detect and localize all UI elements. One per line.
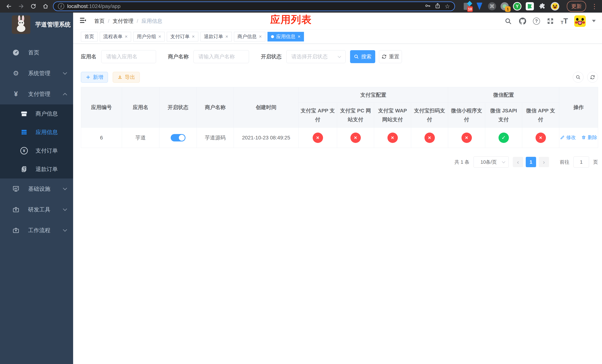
- sidebar-item-merchant-info[interactable]: 商户信息: [0, 104, 73, 123]
- url-text[interactable]: localhost:1024/pay/app: [67, 3, 422, 9]
- tab-app-info[interactable]: 应用信息×: [268, 32, 304, 42]
- sidebar-item-home[interactable]: 首页: [0, 42, 73, 63]
- app-logo-row[interactable]: 芋道管理系统: [0, 15, 73, 34]
- help-icon[interactable]: ?: [533, 18, 540, 25]
- monitor-chart-icon: [12, 185, 20, 193]
- close-icon[interactable]: ×: [158, 34, 161, 39]
- cell-app-name: 芋道: [122, 128, 159, 148]
- app-table: 应用编号 应用名 开启状态 商户名称 创建时间 支付宝配置 微信配置 操作 支付…: [81, 87, 598, 148]
- browser-forward-icon[interactable]: [16, 1, 26, 11]
- yen-circle-icon: ¥: [20, 147, 28, 154]
- tab-refund-orders[interactable]: 退款订单×: [201, 32, 232, 42]
- browser-toolbar: i localhost:1024/pay/app ☆ 10 ⌘ 1 Y 更新 ⋮: [0, 0, 602, 13]
- password-key-icon[interactable]: [425, 3, 430, 10]
- search-form: 应用名 商户名称 开启状态 请选择开启状态 搜索 重置: [81, 50, 598, 63]
- browser-home-icon[interactable]: [41, 1, 50, 11]
- tab-home[interactable]: 首页: [81, 32, 97, 42]
- main-area: 首页 / 支付管理 / 应用信息 应用列表 ? TT 首页 流程表单× 用户分组…: [73, 13, 602, 364]
- chevron-down-icon: [338, 54, 341, 58]
- tags-view-bar: 首页 流程表单× 用户分组× 支付订单× 退款订单× 商户信息× 应用信息×: [73, 30, 602, 44]
- font-size-icon[interactable]: TT: [561, 17, 568, 25]
- extension-doc-icon[interactable]: [525, 2, 534, 11]
- delete-link[interactable]: 删除: [581, 134, 597, 141]
- extension-command-icon[interactable]: ⌘: [488, 2, 496, 11]
- extension-badge: 10: [467, 6, 473, 12]
- gear-icon: ⚙: [12, 69, 20, 77]
- tab-pay-orders[interactable]: 支付订单×: [167, 32, 198, 42]
- chrome-update-button[interactable]: 更新: [567, 1, 586, 12]
- sidebar-item-pay-orders[interactable]: ¥ 支付订单: [0, 141, 73, 160]
- prev-page-button[interactable]: ‹: [513, 157, 523, 167]
- col-header-app-id: 应用编号: [81, 87, 122, 128]
- share-icon[interactable]: [435, 3, 441, 10]
- edit-link[interactable]: 修改: [560, 134, 576, 141]
- close-icon[interactable]: ×: [226, 34, 228, 39]
- browser-menu-icon[interactable]: ⋮: [591, 3, 598, 10]
- col-header-wx-app: 微信 APP 支付: [522, 103, 559, 128]
- app-name-label: 应用名: [81, 53, 97, 60]
- close-icon[interactable]: ×: [192, 34, 194, 39]
- extension-proxy-icon[interactable]: 1: [500, 2, 509, 11]
- enable-status-label: 开启状态: [261, 53, 281, 60]
- close-icon[interactable]: ×: [125, 34, 128, 39]
- address-bar[interactable]: i localhost:1024/pay/app ☆: [53, 1, 455, 11]
- table-toolbar: 新增 导出: [81, 72, 598, 83]
- sidebar-item-refund-orders[interactable]: 退款订单: [0, 160, 73, 179]
- payment-status-icon: ×: [424, 133, 435, 143]
- bookmark-star-icon[interactable]: ☆: [445, 3, 450, 10]
- col-header-app-name: 应用名: [122, 87, 159, 128]
- sidebar-item-payment[interactable]: ¥ 支付管理: [0, 84, 73, 104]
- app-title: 芋道管理系统: [35, 21, 71, 29]
- extension-kite-icon[interactable]: [475, 2, 484, 11]
- next-page-button[interactable]: ›: [539, 157, 549, 167]
- extensions-puzzle-icon[interactable]: [538, 2, 547, 11]
- site-info-icon[interactable]: i: [58, 3, 64, 10]
- profile-avatar-icon[interactable]: [550, 2, 559, 11]
- extension-stack-icon[interactable]: 10: [462, 2, 471, 11]
- sidebar-item-workflow[interactable]: 工作流程: [0, 220, 73, 241]
- goto-unit: 页: [593, 159, 598, 165]
- add-button[interactable]: 新增: [81, 72, 108, 83]
- sidebar-item-infra[interactable]: 基础设施: [0, 179, 73, 199]
- reset-button[interactable]: 重置: [379, 50, 402, 63]
- store-icon: [20, 110, 28, 117]
- export-button[interactable]: 导出: [113, 72, 140, 83]
- header-search-icon[interactable]: [504, 17, 512, 25]
- sidebar-item-devtools[interactable]: 研发工具: [0, 199, 73, 220]
- sidebar-item-system[interactable]: ⚙ 系统管理: [0, 63, 73, 84]
- payment-status-icon: ×: [350, 133, 361, 143]
- refresh-button[interactable]: [587, 72, 598, 83]
- payment-submenu: 商户信息 应用信息 ¥ 支付订单 退款订单: [0, 104, 73, 179]
- goto-page-input[interactable]: [573, 156, 589, 168]
- user-avatar[interactable]: [574, 15, 586, 27]
- browser-back-icon[interactable]: [4, 1, 14, 11]
- page-size-select[interactable]: 10条/页: [473, 156, 509, 168]
- breadcrumb-home[interactable]: 首页: [94, 18, 105, 25]
- breadcrumb-payment[interactable]: 支付管理: [113, 18, 133, 25]
- page-number-1[interactable]: 1: [526, 157, 536, 167]
- col-header-wx-jsapi: 微信 JSAPI 支付: [485, 103, 522, 128]
- enable-status-select[interactable]: 请选择开启状态: [286, 50, 346, 63]
- payment-status-icon: ×: [387, 133, 398, 143]
- breadcrumb-current: 应用信息: [142, 18, 162, 25]
- goto-label: 前往: [560, 159, 570, 165]
- toggle-search-button[interactable]: [573, 72, 583, 83]
- tab-user-group[interactable]: 用户分组×: [133, 32, 165, 42]
- yen-icon: ¥: [12, 90, 20, 98]
- github-icon[interactable]: [518, 17, 527, 25]
- status-toggle[interactable]: [171, 134, 185, 141]
- extension-y-icon[interactable]: Y: [513, 2, 522, 11]
- close-icon[interactable]: ×: [259, 34, 262, 39]
- close-icon[interactable]: ×: [298, 34, 301, 39]
- merchant-name-input[interactable]: [194, 50, 249, 63]
- sidebar-item-app-info[interactable]: 应用信息: [0, 123, 73, 141]
- col-header-alipay-wap: 支付宝 WAP 网站支付: [374, 103, 411, 128]
- app-name-input[interactable]: [101, 50, 156, 63]
- tab-process-form[interactable]: 流程表单×: [100, 32, 131, 42]
- tab-merchant-info[interactable]: 商户信息×: [234, 32, 265, 42]
- avatar-caret-icon[interactable]: [592, 20, 596, 22]
- fullscreen-icon[interactable]: [546, 17, 554, 25]
- browser-reload-icon[interactable]: [29, 1, 38, 11]
- search-button[interactable]: 搜索: [350, 50, 375, 63]
- hamburger-icon[interactable]: [79, 17, 87, 25]
